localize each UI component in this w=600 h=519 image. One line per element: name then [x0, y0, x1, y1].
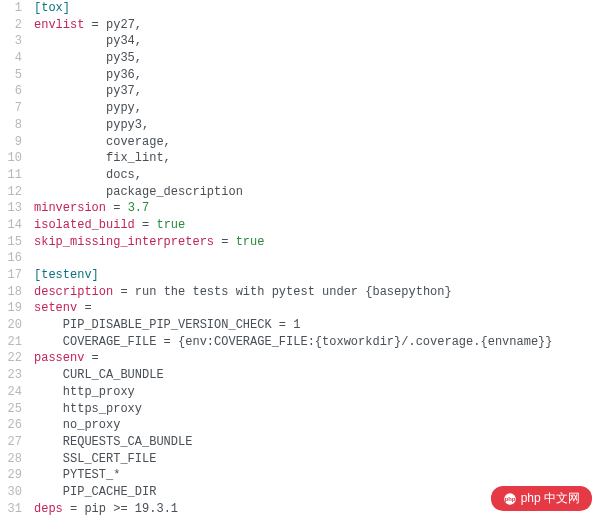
line-number: 31: [0, 501, 22, 518]
line-number: 11: [0, 167, 22, 184]
code-token: envlist: [34, 18, 84, 32]
code-token: fix_lint,: [34, 151, 171, 165]
code-line: [testenv]: [34, 267, 552, 284]
line-number: 21: [0, 334, 22, 351]
code-token: minversion: [34, 201, 106, 215]
code-token: COVERAGE_FILE = {env:COVERAGE_FILE:{toxw…: [34, 335, 552, 349]
watermark-badge: php php 中文网: [491, 486, 592, 511]
code-token: py35,: [34, 51, 142, 65]
code-token: pypy,: [34, 101, 142, 115]
code-line: https_proxy: [34, 401, 552, 418]
code-token: py34,: [34, 34, 142, 48]
code-token: https_proxy: [34, 402, 142, 416]
watermark-text: php 中文网: [521, 490, 580, 507]
line-number: 28: [0, 451, 22, 468]
code-line: docs,: [34, 167, 552, 184]
code-token: pypy3,: [34, 118, 149, 132]
line-number: 13: [0, 200, 22, 217]
line-number: 5: [0, 67, 22, 84]
code-token: =: [113, 285, 135, 299]
code-token: passenv: [34, 351, 84, 365]
code-token: =: [77, 301, 91, 315]
code-token: 3.7: [128, 201, 150, 215]
code-line: http_proxy: [34, 384, 552, 401]
code-token: =: [106, 201, 128, 215]
code-token: =: [135, 218, 157, 232]
code-token: PYTEST_*: [34, 468, 120, 482]
code-line: description = run the tests with pytest …: [34, 284, 552, 301]
code-token: [testenv]: [34, 268, 99, 282]
php-icon: php: [503, 492, 517, 506]
code-line: py37,: [34, 83, 552, 100]
code-token: package_description: [34, 185, 243, 199]
line-number: 10: [0, 150, 22, 167]
line-number: 22: [0, 350, 22, 367]
code-token: docs,: [34, 168, 142, 182]
line-number: 25: [0, 401, 22, 418]
code-line: [34, 250, 552, 267]
code-line: pypy,: [34, 100, 552, 117]
code-token: http_proxy: [34, 385, 135, 399]
code-line: isolated_build = true: [34, 217, 552, 234]
code-line: REQUESTS_CA_BUNDLE: [34, 434, 552, 451]
line-number: 4: [0, 50, 22, 67]
line-number: 14: [0, 217, 22, 234]
code-token: =: [84, 18, 106, 32]
code-line: fix_lint,: [34, 150, 552, 167]
code-token: CURL_CA_BUNDLE: [34, 368, 164, 382]
code-line: pypy3,: [34, 117, 552, 134]
code-line: passenv =: [34, 350, 552, 367]
line-number: 9: [0, 134, 22, 151]
line-number: 17: [0, 267, 22, 284]
code-line: no_proxy: [34, 417, 552, 434]
line-number: 20: [0, 317, 22, 334]
line-number: 15: [0, 234, 22, 251]
code-token: PIP_CACHE_DIR: [34, 485, 156, 499]
line-number: 26: [0, 417, 22, 434]
code-token: coverage,: [34, 135, 171, 149]
line-number: 16: [0, 250, 22, 267]
code-token: [tox]: [34, 1, 70, 15]
code-line: envlist = py27,: [34, 17, 552, 34]
code-token: no_proxy: [34, 418, 120, 432]
code-line: COVERAGE_FILE = {env:COVERAGE_FILE:{toxw…: [34, 334, 552, 351]
line-number: 2: [0, 17, 22, 34]
code-line: package_description: [34, 184, 552, 201]
code-token: py27,: [106, 18, 142, 32]
code-line: SSL_CERT_FILE: [34, 451, 552, 468]
code-token: REQUESTS_CA_BUNDLE: [34, 435, 192, 449]
line-number: 27: [0, 434, 22, 451]
code-content: [tox]envlist = py27, py34, py35, py36, p…: [34, 0, 552, 517]
code-line: coverage,: [34, 134, 552, 151]
code-token: py37,: [34, 84, 142, 98]
code-line: CURL_CA_BUNDLE: [34, 367, 552, 384]
code-line: PIP_DISABLE_PIP_VERSION_CHECK = 1: [34, 317, 552, 334]
line-number: 6: [0, 83, 22, 100]
code-token: PIP_DISABLE_PIP_VERSION_CHECK = 1: [34, 318, 300, 332]
code-token: =: [63, 502, 85, 516]
line-number: 3: [0, 33, 22, 50]
code-token: pip >= 19.3.1: [84, 502, 178, 516]
code-line: setenv =: [34, 300, 552, 317]
line-number: 23: [0, 367, 22, 384]
code-line: py34,: [34, 33, 552, 50]
code-token: skip_missing_interpreters: [34, 235, 214, 249]
line-number: 1: [0, 0, 22, 17]
line-number: 18: [0, 284, 22, 301]
code-line: [tox]: [34, 0, 552, 17]
code-token: true: [156, 218, 185, 232]
line-number: 24: [0, 384, 22, 401]
code-token: run the tests with pytest under {basepyt…: [135, 285, 452, 299]
line-number: 29: [0, 467, 22, 484]
code-token: py36,: [34, 68, 142, 82]
code-line: deps = pip >= 19.3.1: [34, 501, 552, 518]
code-line: py36,: [34, 67, 552, 84]
code-line: py35,: [34, 50, 552, 67]
code-line: skip_missing_interpreters = true: [34, 234, 552, 251]
line-number-gutter: 1234567891011121314151617181920212223242…: [0, 0, 28, 517]
code-token: description: [34, 285, 113, 299]
code-token: true: [236, 235, 265, 249]
code-editor: 1234567891011121314151617181920212223242…: [0, 0, 600, 519]
svg-text:php: php: [504, 496, 515, 502]
code-token: =: [214, 235, 236, 249]
